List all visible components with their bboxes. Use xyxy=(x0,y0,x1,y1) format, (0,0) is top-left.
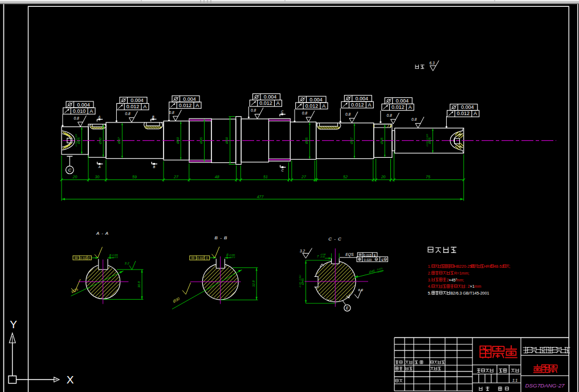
svg-text:30.8: 30.8 xyxy=(137,281,141,288)
svg-text:Ø35: Ø35 xyxy=(305,137,308,145)
svg-text:mm;: mm; xyxy=(456,278,464,282)
svg-text:0.02: 0.02 xyxy=(197,256,203,260)
svg-text:48: 48 xyxy=(215,175,219,179)
svg-text:0.010: 0.010 xyxy=(73,108,86,114)
svg-text:477: 477 xyxy=(257,195,264,199)
svg-text:M: M xyxy=(376,259,377,261)
svg-text:A: A xyxy=(143,104,146,109)
svg-text:2.: 2. xyxy=(428,271,431,275)
svg-text:32.8: 32.8 xyxy=(252,280,255,287)
svg-text:A: A xyxy=(322,103,325,109)
svg-text:0.004: 0.004 xyxy=(77,102,90,108)
svg-text:C - C: C - C xyxy=(328,236,342,242)
svg-text:B: B xyxy=(152,115,154,119)
svg-text:Ø25: Ø25 xyxy=(428,137,431,144)
svg-text:×1: ×1 xyxy=(470,284,475,288)
svg-text:Ø25: Ø25 xyxy=(77,137,80,144)
svg-text:1.: 1. xyxy=(428,264,431,268)
svg-text:Ø30: Ø30 xyxy=(99,137,102,145)
svg-text:0.8: 0.8 xyxy=(302,111,307,115)
svg-text:A: A xyxy=(89,108,93,114)
svg-text:0.012: 0.012 xyxy=(457,111,470,116)
svg-text:27: 27 xyxy=(173,175,179,179)
svg-text:30: 30 xyxy=(95,175,100,179)
svg-text:0.8: 0.8 xyxy=(74,116,79,120)
svg-text:52: 52 xyxy=(343,175,348,179)
svg-text:mm: mm xyxy=(475,284,482,288)
svg-text:27: 27 xyxy=(301,175,307,179)
svg-text:-0.015 -0.029: -0.015 -0.029 xyxy=(75,134,78,147)
svg-text:3.: 3. xyxy=(428,278,431,282)
svg-text:: 2: : 2 xyxy=(466,284,470,288)
svg-text:C: C xyxy=(281,110,283,113)
svg-text:-0.02: -0.02 xyxy=(320,256,326,258)
svg-text:-0.015 -0.029: -0.015 -0.029 xyxy=(426,134,429,147)
svg-text:C: C xyxy=(68,168,71,173)
svg-text:0.02: 0.02 xyxy=(80,256,86,260)
svg-text:59: 59 xyxy=(132,175,137,179)
svg-text:+0.04: +0.04 xyxy=(320,254,326,256)
svg-text:0.015: 0.015 xyxy=(364,254,372,257)
svg-text:0.8: 0.8 xyxy=(387,113,392,117)
svg-text:Ø50: Ø50 xyxy=(225,137,229,144)
svg-text:C: C xyxy=(282,169,284,172)
svg-text:-0.072: -0.072 xyxy=(229,256,236,259)
svg-text:EQS: EQS xyxy=(345,252,354,257)
svg-text:C: C xyxy=(88,256,91,260)
svg-text:A: A xyxy=(276,100,280,106)
svg-text:A: A xyxy=(195,103,199,108)
svg-text:Y: Y xyxy=(10,318,17,330)
svg-text:B2/6.3 GB/T145-2001: B2/6.3 GB/T145-2001 xyxy=(450,291,489,295)
svg-text:8: 8 xyxy=(109,254,112,258)
svg-text:E: E xyxy=(346,306,349,310)
svg-text:C: C xyxy=(206,256,208,260)
svg-text:6.3: 6.3 xyxy=(430,61,435,65)
svg-text:51: 51 xyxy=(263,175,268,179)
svg-text:0.004: 0.004 xyxy=(131,97,144,103)
svg-text:0.004: 0.004 xyxy=(183,96,196,102)
svg-text:20: 20 xyxy=(381,175,386,179)
svg-text:0.8: 0.8 xyxy=(345,112,350,116)
svg-text:A - A: A - A xyxy=(96,231,109,236)
svg-text:0.004: 0.004 xyxy=(356,96,369,101)
svg-text:-0.072: -0.072 xyxy=(112,256,119,259)
svg-text:20: 20 xyxy=(72,175,78,179)
svg-text:DSG7DANG-27: DSG7DANG-27 xyxy=(525,382,565,389)
svg-text:0.8: 0.8 xyxy=(411,117,417,121)
svg-text:0.004: 0.004 xyxy=(461,104,474,110)
svg-text:B - B: B - B xyxy=(215,235,228,240)
svg-text:Ø45: Ø45 xyxy=(301,278,304,285)
svg-text:0.8: 0.8 xyxy=(125,112,131,116)
svg-text:E: E xyxy=(381,258,384,262)
svg-text:48-52: 48-52 xyxy=(494,264,504,268)
svg-text:;: ; xyxy=(509,264,511,268)
svg-text:0.020: 0.020 xyxy=(364,258,372,262)
svg-text:0.012: 0.012 xyxy=(351,102,364,108)
svg-text:3.2: 3.2 xyxy=(300,249,305,253)
svg-text:R=1mm;: R=1mm; xyxy=(454,271,470,275)
svg-text:0.8: 0.8 xyxy=(251,108,256,112)
svg-text:M: M xyxy=(385,259,386,261)
svg-text:A: A xyxy=(98,165,101,169)
svg-text:0.012: 0.012 xyxy=(127,104,140,109)
svg-text:0.8: 0.8 xyxy=(169,111,174,115)
svg-text:A: A xyxy=(408,104,411,110)
svg-text:0.012: 0.012 xyxy=(259,100,272,106)
svg-text:1:1: 1:1 xyxy=(512,378,517,382)
svg-text:Ø37: Ø37 xyxy=(350,137,353,145)
svg-text:-0.025 -0.050: -0.025 -0.050 xyxy=(299,275,301,288)
svg-text:0.012: 0.012 xyxy=(392,104,405,110)
svg-text:75: 75 xyxy=(426,175,430,179)
svg-text:E: E xyxy=(374,254,376,257)
svg-text:X: X xyxy=(67,374,74,386)
svg-text:Ø40: Ø40 xyxy=(176,137,180,144)
svg-text:A: A xyxy=(98,115,101,119)
svg-text:0.012: 0.012 xyxy=(179,103,192,108)
svg-text:0.012: 0.012 xyxy=(305,103,319,109)
svg-text:4.: 4. xyxy=(428,284,431,288)
svg-text:HB220-250,: HB220-250, xyxy=(454,264,475,268)
svg-text:A: A xyxy=(474,111,477,116)
svg-text:B: B xyxy=(153,165,155,169)
svg-text:3.2: 3.2 xyxy=(125,262,130,265)
svg-text:Ø45: Ø45 xyxy=(199,137,203,144)
